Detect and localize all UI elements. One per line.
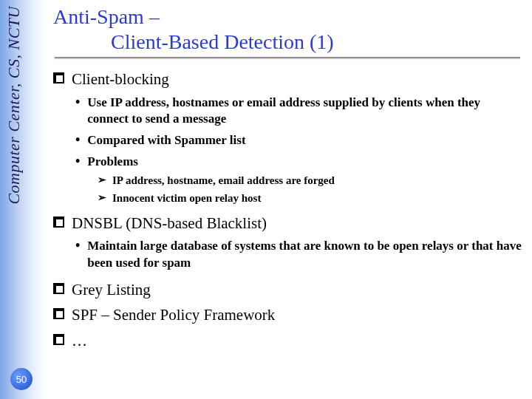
list-item-text: Client-blocking — [72, 69, 169, 89]
sub-item: • Problems — [75, 154, 522, 171]
arrow-bullet-icon: ➢ — [98, 191, 106, 205]
square-bullet-icon — [53, 72, 64, 83]
page-number-badge: 50 — [10, 368, 33, 390]
sub-sub-item: ➢ Innocent victim open relay host — [98, 191, 522, 205]
sub-sub-item: ➢ IP address, hostname, email address ar… — [98, 173, 522, 188]
sub-list: • Use IP address, hostnames or email add… — [75, 95, 522, 205]
arrow-bullet-icon: ➢ — [98, 174, 106, 188]
sub-item-text: Problems — [87, 154, 138, 171]
sub-item-text: Maintain large database of systems that … — [87, 238, 522, 272]
list-item: Client-blocking — [53, 69, 522, 89]
list-item-text: … — [72, 330, 87, 351]
list-item: … — [53, 330, 522, 351]
sidebar-gradient: Computer Center, CS, NCTU — [0, 0, 46, 399]
list-item-text: Grey Listing — [72, 279, 151, 300]
list-group: Grey Listing SPF – Sender Policy Framewo… — [53, 279, 522, 351]
list-item: Grey Listing — [53, 279, 522, 300]
title-line-1: Anti-Spam – — [53, 5, 160, 28]
dot-bullet-icon: • — [75, 95, 80, 110]
square-bullet-icon — [53, 308, 64, 319]
sub-item: • Compared with Spammer list — [75, 132, 522, 149]
title-underline — [55, 57, 520, 58]
sub-sub-list: ➢ IP address, hostname, email address ar… — [98, 173, 522, 205]
page-number: 50 — [16, 374, 27, 385]
square-bullet-icon — [53, 334, 64, 345]
sub-item: • Use IP address, hostnames or email add… — [75, 95, 522, 129]
sidebar-label: Computer Center, CS, NCTU — [4, 6, 24, 205]
list-item-text: DNSBL (DNS-based Blacklist) — [72, 213, 267, 233]
list-item-text: SPF – Sender Policy Framework — [72, 304, 275, 325]
list-item: DNSBL (DNS-based Blacklist) — [53, 213, 522, 233]
sub-list: • Maintain large database of systems tha… — [75, 238, 522, 272]
square-bullet-icon — [53, 216, 64, 228]
list-item: SPF – Sender Policy Framework — [53, 304, 522, 325]
sub-item: • Maintain large database of systems tha… — [75, 238, 522, 272]
bullet-list: Client-blocking • Use IP address, hostna… — [53, 69, 522, 351]
dot-bullet-icon: • — [75, 133, 80, 148]
sub-sub-item-text: IP address, hostname, email address are … — [112, 173, 335, 188]
sub-item-text: Use IP address, hostnames or email addre… — [87, 95, 522, 129]
sub-item-text: Compared with Spammer list — [87, 132, 245, 149]
title-line-2: Client-Based Detection (1) — [53, 30, 522, 55]
slide-title: Anti-Spam – Client-Based Detection (1) — [53, 4, 522, 54]
sub-sub-item-text: Innocent victim open relay host — [112, 191, 261, 205]
slide-content: Anti-Spam – Client-Based Detection (1) C… — [53, 4, 522, 392]
square-bullet-icon — [53, 283, 64, 294]
dot-bullet-icon: • — [75, 239, 80, 253]
dot-bullet-icon: • — [75, 154, 80, 169]
